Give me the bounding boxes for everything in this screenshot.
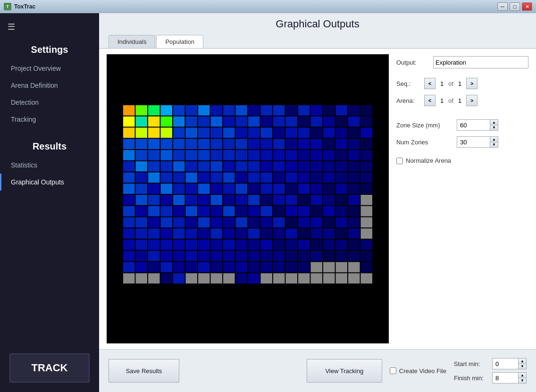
arena-next-button[interactable]: > xyxy=(466,95,477,106)
minimize-button[interactable]: ─ xyxy=(497,2,508,11)
start-min-arrows: ▲ ▼ xyxy=(518,358,527,369)
sidebar: ☰ Settings Project Overview Arena Defini… xyxy=(0,13,99,392)
finish-min-arrows: ▲ ▼ xyxy=(518,372,527,384)
seq-label: Seq.: xyxy=(396,80,422,87)
seq-total: 1 xyxy=(455,80,464,87)
finish-min-spinbox: ▲ ▼ xyxy=(492,372,527,384)
finish-min-down-button[interactable]: ▼ xyxy=(518,378,527,384)
normalize-arena-checkbox[interactable] xyxy=(396,158,403,164)
sidebar-item-graphical-outputs[interactable]: Graphical Outputs xyxy=(0,174,99,191)
num-zones-input[interactable] xyxy=(457,136,490,148)
start-min-spinbox: ▲ ▼ xyxy=(492,358,527,369)
seq-current: 1 xyxy=(437,80,446,87)
num-zones-arrows: ▲ ▼ xyxy=(490,136,498,148)
finish-min-input[interactable] xyxy=(492,372,518,384)
start-min-label: Start min: xyxy=(454,360,489,367)
seq-prev-button[interactable]: < xyxy=(424,78,436,89)
time-fields: Start min: ▲ ▼ Finish min: xyxy=(454,358,527,384)
zone-size-input[interactable] xyxy=(457,119,490,131)
arena-nav-row: Arena: < 1 of 1 > xyxy=(396,95,528,106)
main-content: Graphical Outputs Individuals Population xyxy=(99,13,536,392)
save-results-button[interactable]: Save Results xyxy=(109,359,179,383)
sidebar-item-statistics[interactable]: Statistics xyxy=(0,157,99,174)
create-video-row: Create Video File xyxy=(390,367,446,375)
content-area: Output: Exploration Speed Distance Heatm… xyxy=(99,48,536,392)
right-panel: Output: Exploration Speed Distance Heatm… xyxy=(396,54,528,343)
output-select[interactable]: Exploration Speed Distance Heatmap xyxy=(433,56,528,68)
hamburger-menu-icon[interactable]: ☰ xyxy=(0,18,99,36)
start-min-row: Start min: ▲ ▼ xyxy=(454,358,527,369)
arena-current: 1 xyxy=(437,97,446,104)
output-label: Output: xyxy=(396,59,429,66)
title-bar: T ToxTrac ─ □ ✕ xyxy=(0,0,536,13)
zone-size-up-button[interactable]: ▲ xyxy=(490,119,498,125)
create-video-checkbox[interactable] xyxy=(390,367,396,374)
sidebar-item-project-overview[interactable]: Project Overview xyxy=(0,60,99,77)
zone-size-arrows: ▲ ▼ xyxy=(490,119,498,131)
maximize-button[interactable]: □ xyxy=(510,2,520,11)
num-zones-label: Num Zones xyxy=(396,139,453,146)
start-min-input[interactable] xyxy=(492,358,518,369)
close-button[interactable]: ✕ xyxy=(522,2,532,11)
num-zones-up-button[interactable]: ▲ xyxy=(490,136,498,142)
page-title: Graphical Outputs xyxy=(276,18,359,30)
app-title: ToxTrac xyxy=(14,3,35,10)
arena-label: Arena: xyxy=(396,97,422,104)
finish-min-up-button[interactable]: ▲ xyxy=(518,372,527,378)
output-row: Output: Exploration Speed Distance Heatm… xyxy=(396,56,528,68)
num-zones-row: Num Zones ▲ ▼ xyxy=(396,136,528,148)
seq-of: of xyxy=(448,80,453,87)
start-min-down-button[interactable]: ▼ xyxy=(518,364,527,369)
tab-bar: Individuals Population xyxy=(99,35,536,48)
arena-of: of xyxy=(448,97,453,104)
content-lower: Save Results View Tracking Create Video … xyxy=(99,350,536,392)
finish-min-label: Finish min: xyxy=(454,375,489,382)
start-min-up-button[interactable]: ▲ xyxy=(518,358,527,364)
sidebar-item-detection[interactable]: Detection xyxy=(0,94,99,111)
sidebar-item-tracking[interactable]: Tracking xyxy=(0,111,99,128)
page-header: Graphical Outputs xyxy=(99,13,536,35)
heatmap-container xyxy=(107,54,389,343)
tab-individuals[interactable]: Individuals xyxy=(109,35,155,48)
create-video-label: Create Video File xyxy=(399,367,446,375)
arena-prev-button[interactable]: < xyxy=(424,95,436,106)
tab-population[interactable]: Population xyxy=(156,35,203,48)
view-tracking-button[interactable]: View Tracking xyxy=(307,359,382,383)
zone-size-spinbox: ▲ ▼ xyxy=(457,119,498,131)
zone-size-row: Zone Size (mm) ▲ ▼ xyxy=(396,119,528,131)
arena-total: 1 xyxy=(455,97,464,104)
seq-nav-row: Seq.: < 1 of 1 > xyxy=(396,78,528,89)
sidebar-item-arena-definition[interactable]: Arena Definition xyxy=(0,77,99,94)
zone-size-label: Zone Size (mm) xyxy=(396,122,453,129)
normalize-arena-label: Normalize Arena xyxy=(406,157,451,164)
num-zones-spinbox: ▲ ▼ xyxy=(457,136,498,148)
normalize-arena-row: Normalize Arena xyxy=(396,157,528,164)
num-zones-down-button[interactable]: ▼ xyxy=(490,142,498,148)
settings-section-label: Settings xyxy=(0,36,99,60)
window-controls: ─ □ ✕ xyxy=(497,2,532,11)
bottom-checkboxes: Create Video File xyxy=(390,367,446,375)
results-section-label: Results xyxy=(0,128,99,157)
content-upper: Output: Exploration Speed Distance Heatm… xyxy=(99,49,536,350)
app-icon: T xyxy=(4,3,11,10)
zone-size-down-button[interactable]: ▼ xyxy=(490,125,498,131)
seq-next-button[interactable]: > xyxy=(466,78,477,89)
track-button[interactable]: TRACK xyxy=(9,353,90,383)
heatmap-canvas xyxy=(113,91,382,308)
finish-min-row: Finish min: ▲ ▼ xyxy=(454,372,527,384)
output-select-wrapper: Exploration Speed Distance Heatmap xyxy=(433,56,528,68)
